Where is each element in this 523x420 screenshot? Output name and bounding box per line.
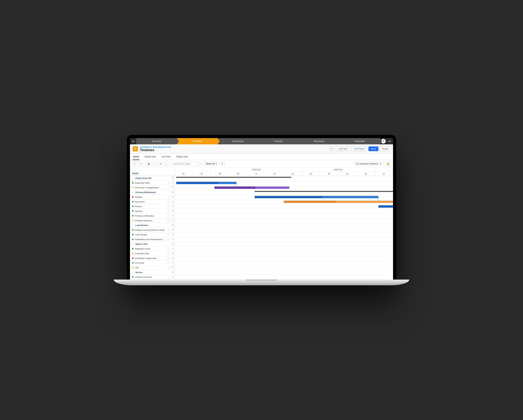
assignee-icon[interactable]: ⛬ [167, 261, 170, 264]
expand-icon[interactable]: ⤢ [133, 161, 137, 166]
nav-tab-controls[interactable]: Controls [258, 138, 299, 144]
view-tab-phase-view[interactable]: Phase View [176, 154, 189, 160]
assignee-icon[interactable]: ⛬ [167, 200, 170, 203]
add-task-button[interactable]: Add Task [336, 146, 350, 151]
row-menu-icon[interactable]: ▾ [171, 275, 174, 279]
nav-tab-summary[interactable]: Summary [136, 138, 177, 144]
collapse-icon[interactable]: – [132, 243, 134, 245]
collapse-icon[interactable]: – [132, 177, 134, 179]
task-group[interactable]: –Go-live▾ [130, 270, 174, 275]
nav-tab-resources[interactable]: Resources [299, 138, 339, 144]
row-menu-icon[interactable]: ▾ [171, 261, 174, 264]
assignee-icon[interactable]: ⛬ [167, 233, 170, 236]
assignee-icon[interactable]: ⛬ [167, 252, 170, 255]
row-menu-icon[interactable]: ▾ [171, 181, 174, 184]
save-button[interactable]: Save [368, 146, 378, 151]
task-row[interactable]: Primary confirmation⛬▾ [130, 214, 174, 218]
snapshot-select[interactable]: No Snapshot Selected▲▼ [354, 162, 384, 166]
search-input[interactable]: Search for Tasks [172, 162, 201, 166]
summary-bar [255, 191, 393, 192]
task-row[interactable]: Primary expansion⛬▾ [130, 218, 174, 223]
task-row[interactable]: Cutover Execution⛬▾ [130, 275, 174, 280]
add-phase-button[interactable]: Add Phase [351, 146, 367, 151]
task-row[interactable]: Analysis and prep before review⛬▾ [130, 228, 174, 232]
gantt-bar[interactable] [255, 196, 379, 198]
refresh-button[interactable]: ⟳ [329, 146, 334, 151]
sidebar-toggle-left-icon[interactable]: ▮◂ [131, 139, 136, 144]
assignee-icon[interactable]: ⛬ [167, 195, 170, 198]
row-menu-icon[interactable]: ▾ [171, 200, 174, 203]
task-row[interactable]: Document⛬▾ [130, 200, 174, 204]
task-group[interactable]: –Process Refinement▾ [130, 190, 174, 195]
gantt-bar[interactable] [378, 205, 393, 208]
row-menu-icon[interactable]: ▾ [171, 191, 174, 194]
row-menu-icon[interactable]: ▾ [171, 186, 174, 189]
gantt-bar[interactable] [214, 186, 289, 189]
gantt-bar[interactable] [176, 182, 236, 184]
collapse-icon[interactable]: ⤡ [138, 161, 143, 166]
collapse-icon[interactable]: – [132, 271, 134, 274]
nav-tab-financials[interactable]: Financials [339, 138, 380, 144]
task-row[interactable]: Analyze⛬▾ [130, 195, 174, 200]
collapse-icon[interactable]: – [132, 191, 134, 194]
gantt-bar[interactable] [284, 201, 393, 203]
task-group[interactable]: –Build & Test▾ [130, 242, 174, 247]
row-menu-icon[interactable]: ▾ [171, 195, 174, 198]
row-menu-icon[interactable]: ▾ [171, 247, 174, 250]
task-row[interactable]: Controller build⛬▾ [130, 251, 174, 256]
assignee-icon[interactable]: ⛬ [167, 266, 170, 269]
assignee-icon[interactable]: ⛬ [167, 186, 170, 189]
view-tab-board-view[interactable]: Board View [144, 154, 156, 160]
prev-button[interactable]: ‹ [152, 161, 157, 166]
row-menu-icon[interactable]: ▾ [171, 242, 174, 246]
collapse-icon[interactable]: – [132, 224, 134, 226]
eye-icon[interactable]: ◉ [146, 161, 151, 166]
task-row[interactable]: Lead Review⛬▾ [130, 232, 174, 237]
task-row[interactable]: UAT⛬▾ [130, 265, 174, 270]
reset-button[interactable]: Reset [380, 146, 390, 151]
row-menu-icon[interactable]: ▾ [171, 219, 174, 222]
assignee-icon[interactable]: ⛬ [167, 205, 170, 208]
row-menu-icon[interactable]: ▾ [171, 205, 174, 208]
assignee-icon[interactable]: ⛬ [167, 219, 170, 222]
assignee-icon[interactable]: ⛬ [167, 181, 170, 184]
filter-icon[interactable]: ✦ [220, 161, 225, 166]
nav-tab-documents[interactable]: Documents [218, 138, 258, 144]
nav-tab-timelines[interactable]: Timelines [177, 138, 217, 144]
assignee-icon[interactable]: ⛬ [167, 214, 170, 217]
view-tab-gantt[interactable]: Gantt [133, 154, 139, 160]
row-menu-icon[interactable]: ▾ [171, 224, 174, 227]
assignee-icon[interactable]: ⛬ [167, 209, 170, 213]
today-icon[interactable]: ● [158, 161, 163, 166]
task-row[interactable]: Database model⛬▾ [130, 247, 174, 251]
row-menu-icon[interactable]: ▾ [171, 257, 174, 260]
row-menu-icon[interactable]: ▾ [171, 271, 174, 274]
task-row[interactable]: Assemble Team⛬▾ [130, 181, 174, 185]
assignee-icon[interactable]: ⛬ [167, 275, 170, 279]
row-menu-icon[interactable]: ▾ [171, 209, 174, 213]
assignee-icon[interactable]: ⛬ [167, 238, 170, 241]
task-row[interactable]: Improve⛬▾ [130, 209, 174, 214]
row-menu-icon[interactable]: ▾ [171, 228, 174, 231]
task-group[interactable]: –Lead Review▾ [130, 223, 174, 228]
view-tab-list-view[interactable]: List View [161, 154, 171, 160]
task-row[interactable]: Finalization and Requirements refine…⛬▾ [130, 237, 174, 242]
lock-icon[interactable]: 🔒 [386, 161, 390, 166]
filter-select[interactable]: Show All▲▼ [204, 162, 219, 166]
task-group[interactable]: –Project Kick-Off▾ [130, 176, 174, 181]
assignee-icon[interactable]: ⛬ [167, 257, 170, 260]
row-menu-icon[interactable]: ▾ [171, 214, 174, 217]
sidebar-toggle-right-icon[interactable]: ▸▮ [387, 139, 392, 144]
row-menu-icon[interactable]: ▾ [171, 266, 174, 269]
row-menu-icon[interactable]: ▾ [171, 233, 174, 236]
assignee-icon[interactable]: ⛬ [167, 228, 170, 231]
task-row[interactable]: Review⛬▾ [130, 204, 174, 209]
row-menu-icon[interactable]: ▾ [171, 252, 174, 255]
task-row[interactable]: Workflows & Approvals⛬▾ [130, 256, 174, 261]
assignee-icon[interactable]: ⛬ [167, 247, 170, 250]
row-menu-icon[interactable]: ▾ [171, 177, 174, 180]
next-button[interactable]: › [164, 161, 168, 166]
task-row[interactable]: Announce to Organization⛬▾ [130, 185, 174, 190]
task-row[interactable]: Unit Tests⛬▾ [130, 261, 174, 265]
row-menu-icon[interactable]: ▾ [171, 238, 174, 241]
